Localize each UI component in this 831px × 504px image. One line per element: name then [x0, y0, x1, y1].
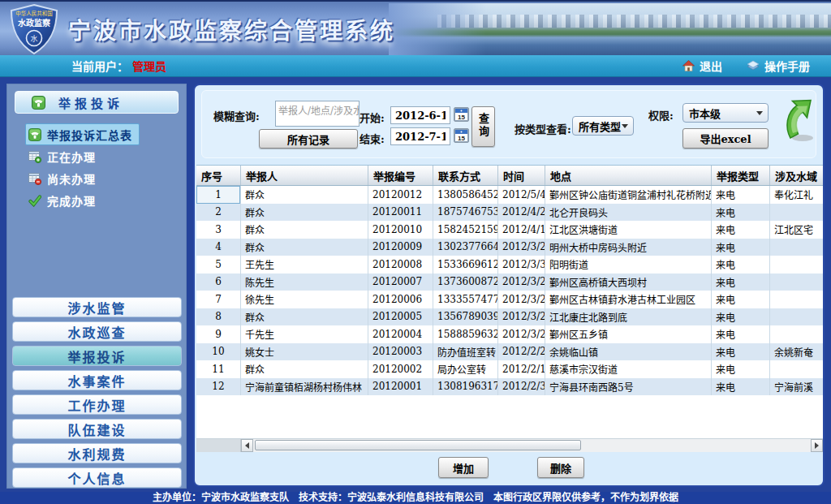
column-header-1[interactable]: 举报人 [241, 166, 368, 185]
type-dropdown[interactable]: 所有类型 [572, 116, 634, 136]
check-icon [28, 194, 41, 207]
column-header-6[interactable]: 举报类型 [712, 166, 770, 185]
sidebar-menu-item-3[interactable]: 水事案件 [12, 370, 182, 390]
sidebar-subitem-0[interactable]: 举报投诉汇总表 [25, 123, 140, 145]
table-cell: 13081963176 [433, 378, 498, 396]
type-dropdown-value: 所有类型 [579, 118, 621, 134]
table-row[interactable]: 9千先生20120004158885963252012/3/23鄞州区五乡镇来电 [196, 325, 823, 343]
add-button[interactable]: 增加 [438, 457, 489, 478]
start-date-input[interactable] [390, 106, 450, 124]
delete-button[interactable]: 删除 [537, 457, 584, 478]
table-cell: 20120011 [368, 204, 433, 222]
sidebar-menu-item-1[interactable]: 水政巡查 [12, 321, 182, 342]
sidebar-subitem-2[interactable]: 尚未办理 [25, 167, 103, 189]
sidebar-menu-item-4[interactable]: 工作办理 [12, 394, 182, 415]
scrollbar-track[interactable] [253, 439, 811, 452]
sidebar-menu-item-7[interactable]: 个人信息 [12, 467, 182, 488]
sidebar-submenu: 举报投诉汇总表正在办理尚未办理完成办理 [25, 123, 140, 211]
table-cell: 来电 [712, 186, 770, 204]
table-cell: 2012/2/23 [498, 343, 545, 361]
table-add-icon [28, 150, 41, 163]
table-row[interactable]: 11群众20120002局办公室转2012/2/10慈溪市宗汉街道来电 [196, 360, 823, 378]
table-cell: 20120001 [368, 378, 433, 396]
table-cell: 来电 [712, 274, 770, 291]
table-row[interactable]: 5王先生20120008153366961212012/3/31阳明街道来电 [196, 256, 823, 274]
start-calendar-button[interactable]: 15 [454, 107, 469, 122]
table-cell: 来电 [712, 343, 770, 361]
table-cell: 3 [196, 221, 241, 239]
table-cell: 13736008729 [433, 274, 498, 291]
table-cell: 13805864528 [433, 186, 498, 204]
scroll-left-button[interactable] [241, 439, 253, 452]
table-cell: 2012/2/3 [498, 378, 545, 396]
report-table-header: 序号举报人举报编号联系方式时间地点举报类型涉及水域 [196, 166, 823, 186]
table-cell: 群众 [241, 360, 368, 378]
refresh-arrow-icon[interactable] [783, 97, 816, 144]
table-cell: 来电 [712, 221, 770, 239]
table-cell: 来电 [712, 308, 770, 326]
table-row[interactable]: 7徐先生20120006133355747782012/3/29鄞州区古林镇葑水… [196, 291, 823, 308]
export-excel-button[interactable]: 导出excel [682, 128, 769, 149]
table-cell: 2012/3/29 [498, 274, 545, 291]
table-cell: 鄞州区钟公庙街道铜盆浦村礼花桥附近 [545, 186, 712, 204]
table-cell: 江北区宅 [770, 221, 823, 239]
all-records-button[interactable]: 所有记录 [259, 129, 358, 149]
permission-dropdown[interactable]: 市本级 [682, 103, 769, 123]
table-cell: 20120007 [368, 274, 433, 291]
search-button[interactable]: 查询 [471, 106, 495, 147]
scroll-right-button[interactable] [811, 439, 823, 452]
type-filter-label: 按类型查看: [515, 121, 571, 136]
column-header-5[interactable]: 地点 [545, 166, 712, 185]
table-row[interactable]: 12宁海前童镇栢湖杨村杨伟林20120001130819631762012/2/… [196, 378, 823, 396]
page-title: 宁波市水政监察综合管理系统 [68, 13, 395, 45]
table-cell: 20120012 [368, 186, 433, 204]
table-row[interactable]: 6陈先生20120007137360087292012/3/29鄞州区高桥镇大西… [196, 274, 823, 291]
table-row[interactable]: 10姚女士20120003防办值班室转2012/2/23余姚临山镇来电余姚新奄 [196, 343, 823, 361]
table-cell: 慈溪市宗汉街道 [545, 360, 712, 378]
column-header-7[interactable]: 涉及水域 [770, 166, 823, 185]
table-cell: 明州大桥中房码头附近 [545, 239, 712, 256]
sidebar-menu-item-0[interactable]: 涉水监管 [12, 297, 182, 317]
sidebar-menu-item-2[interactable]: 举报投诉 [12, 346, 182, 366]
logo-main-text: 水政监察 [17, 18, 51, 28]
end-date-label: 结束: [360, 131, 385, 146]
column-header-0[interactable]: 序号 [196, 166, 241, 185]
column-header-2[interactable]: 举报编号 [368, 166, 433, 185]
table-cell: 20120003 [368, 343, 433, 361]
app-logo-shield-icon: 中华人民共和国 水政监察 水 [6, 3, 62, 55]
fuzzy-search-input[interactable] [275, 101, 360, 127]
table-cell: 来电 [712, 291, 770, 308]
table-row[interactable]: 2群众20120011187574675372012/4/23北仑开良码头来电 [196, 204, 823, 222]
chevron-down-icon [756, 111, 763, 115]
table-cell: 鄞州区高桥镇大西坝村 [545, 274, 712, 291]
table-cell: 宁海前童镇栢湖杨村杨伟林 [241, 378, 368, 396]
table-cell [770, 325, 823, 343]
scrollbar-thumb[interactable] [255, 440, 581, 450]
table-cell: 20120004 [368, 325, 433, 343]
table-row[interactable]: 1群众20120012138058645282012/5/4鄞州区钟公庙街道铜盆… [196, 186, 823, 204]
column-header-3[interactable]: 联系方式 [433, 166, 498, 185]
end-date-input[interactable] [390, 127, 450, 145]
logout-button[interactable]: 退出 [682, 58, 722, 74]
table-row[interactable]: 8群众20120005135678903902012/3/26江北康庄北路到底来… [196, 308, 823, 326]
phone-icon [32, 96, 45, 110]
table-cell: 11 [196, 360, 241, 378]
table-cell: 2012/3/29 [498, 239, 545, 256]
sidebar-subitem-1[interactable]: 正在办理 [25, 145, 103, 167]
table-cell: 10 [196, 343, 241, 361]
table-cell: 9 [196, 325, 241, 343]
column-header-4[interactable]: 时间 [498, 166, 545, 185]
sidebar-menu-item-5[interactable]: 队伍建设 [12, 419, 182, 439]
app-header: 中华人民共和国 水政监察 水 宁波市水政监察综合管理系统 [0, 0, 831, 55]
sidebar-section-report-complaints[interactable]: 举报投诉 [15, 91, 179, 114]
table-cell: 15336696121 [433, 256, 498, 274]
end-calendar-button[interactable]: 15 [454, 128, 469, 143]
table-row[interactable]: 4群众20120009130237766492012/3/29明州大桥中房码头附… [196, 239, 823, 256]
home-icon [682, 60, 695, 71]
sidebar-subitem-3[interactable]: 完成办理 [25, 189, 103, 211]
manual-button[interactable]: 操作手册 [747, 58, 810, 74]
table-cell: 群众 [241, 308, 368, 326]
table-row[interactable]: 3群众20120010158245215972012/4/17江北区洪塘街道来电… [196, 221, 823, 239]
table-cell: 20120010 [368, 221, 433, 239]
sidebar-menu-item-6[interactable]: 水利规费 [12, 443, 182, 463]
